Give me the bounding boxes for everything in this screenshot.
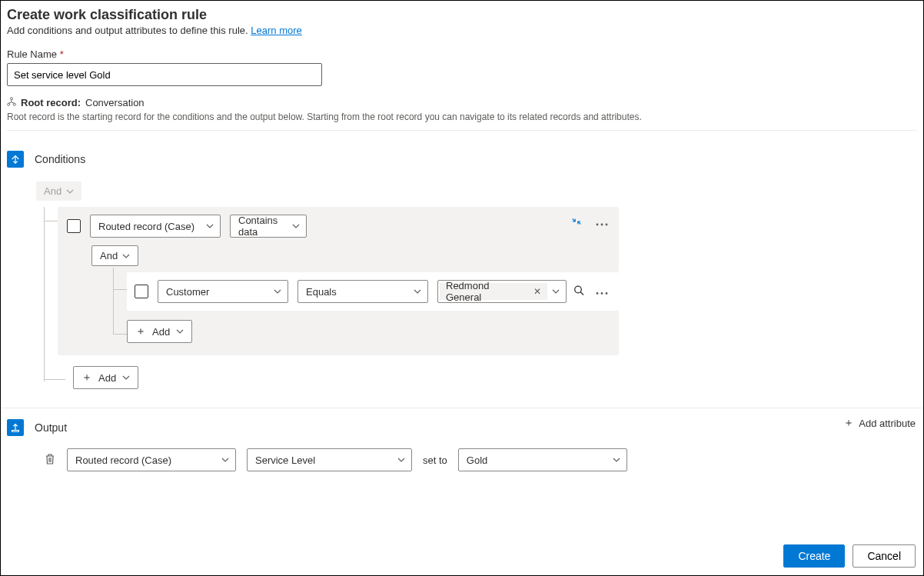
nested-field-select[interactable]: Customer — [158, 280, 288, 303]
svg-point-3 — [597, 224, 599, 226]
nested-group-operator-label: And — [100, 250, 118, 261]
output-attribute-value: Service Level — [255, 454, 315, 466]
chevron-down-icon — [221, 456, 229, 464]
condition-field-select[interactable]: Routed record (Case) — [90, 215, 221, 238]
condition-operator-value: Contains data — [238, 215, 284, 238]
root-record-value: Conversation — [85, 97, 145, 108]
rule-name-label: Rule Name * — [7, 48, 917, 60]
svg-point-8 — [601, 292, 603, 295]
add-attribute-label: Add attribute — [859, 418, 916, 429]
add-nested-label: Add — [152, 326, 170, 338]
tree-branch — [113, 289, 127, 290]
subtitle-text: Add conditions and output attributes to … — [7, 25, 248, 36]
chevron-down-icon — [66, 188, 74, 195]
rule-name-label-text: Rule Name — [7, 48, 57, 60]
set-to-label: set to — [423, 454, 447, 466]
add-attribute-button[interactable]: ＋ Add attribute — [843, 416, 916, 430]
tree-branch — [44, 221, 58, 221]
divider — [7, 130, 917, 131]
conditions-badge-icon — [7, 151, 24, 168]
create-button[interactable]: Create — [783, 544, 845, 568]
hierarchy-icon — [7, 97, 16, 108]
add-condition-button[interactable]: ＋ Add — [73, 366, 138, 389]
group-operator-label: And — [44, 185, 61, 197]
svg-point-0 — [11, 98, 13, 100]
svg-point-9 — [606, 292, 608, 295]
close-icon[interactable]: ✕ — [533, 286, 541, 297]
condition-operator-select[interactable]: Contains data — [230, 215, 307, 238]
svg-point-2 — [13, 103, 15, 105]
output-entity-select[interactable]: Routed record (Case) — [67, 448, 236, 471]
cancel-button[interactable]: Cancel — [853, 544, 916, 568]
chevron-down-icon — [552, 288, 560, 295]
chevron-down-icon — [206, 222, 214, 230]
svg-point-6 — [575, 286, 582, 293]
search-icon[interactable] — [573, 285, 585, 299]
svg-point-5 — [606, 224, 608, 226]
chevron-down-icon — [397, 456, 405, 464]
add-condition-label: Add — [98, 372, 116, 384]
nested-row-checkbox[interactable] — [135, 285, 148, 298]
page-title: Create work classification rule — [7, 7, 917, 23]
plus-icon: ＋ — [843, 416, 854, 430]
chevron-down-icon — [613, 456, 620, 464]
root-record-label: Root record: — [21, 97, 81, 108]
delete-icon[interactable] — [44, 453, 56, 468]
chevron-down-icon — [292, 222, 300, 230]
output-attribute-select[interactable]: Service Level — [247, 448, 412, 471]
chevron-down-icon — [122, 374, 130, 381]
rule-name-input[interactable] — [7, 63, 322, 86]
svg-point-1 — [8, 103, 10, 105]
add-nested-button[interactable]: ＋ Add — [127, 320, 192, 343]
tree-branch — [44, 379, 65, 380]
output-title: Output — [35, 421, 67, 434]
tree-branch — [113, 334, 127, 335]
nested-operator-value: Equals — [306, 286, 337, 298]
output-value-text: Gold — [467, 454, 487, 466]
chevron-down-icon — [122, 252, 130, 260]
condition-field-value: Routed record (Case) — [98, 221, 194, 232]
more-icon[interactable] — [596, 217, 608, 228]
tree-line — [113, 268, 114, 334]
required-asterisk: * — [60, 48, 64, 60]
output-value-select[interactable]: Gold — [458, 448, 627, 471]
chevron-down-icon — [274, 288, 281, 295]
nested-operator-select[interactable]: Equals — [297, 280, 428, 303]
chevron-down-icon — [414, 288, 421, 295]
learn-more-link[interactable]: Learn more — [251, 25, 301, 36]
group-operator[interactable]: And — [36, 181, 81, 201]
tree-line — [44, 207, 45, 381]
output-entity-value: Routed record (Case) — [75, 454, 171, 466]
page-subtitle: Add conditions and output attributes to … — [7, 25, 917, 36]
plus-icon: ＋ — [81, 371, 92, 385]
nested-field-value: Customer — [166, 286, 209, 298]
condition-row-checkbox[interactable] — [67, 219, 81, 233]
more-icon[interactable] — [596, 286, 608, 298]
nested-value-text: Redmond General — [446, 280, 527, 303]
output-badge-icon — [7, 419, 24, 436]
nested-value-lookup[interactable]: Redmond General ✕ — [437, 280, 567, 303]
svg-point-4 — [601, 224, 603, 226]
collapse-icon[interactable] — [571, 216, 582, 229]
svg-point-7 — [597, 292, 599, 295]
conditions-title: Conditions — [35, 153, 85, 165]
root-record-hint: Root record is the starting record for t… — [7, 112, 917, 122]
chevron-down-icon — [176, 328, 184, 335]
nested-group-operator[interactable]: And — [91, 245, 138, 266]
plus-icon: ＋ — [135, 325, 146, 338]
